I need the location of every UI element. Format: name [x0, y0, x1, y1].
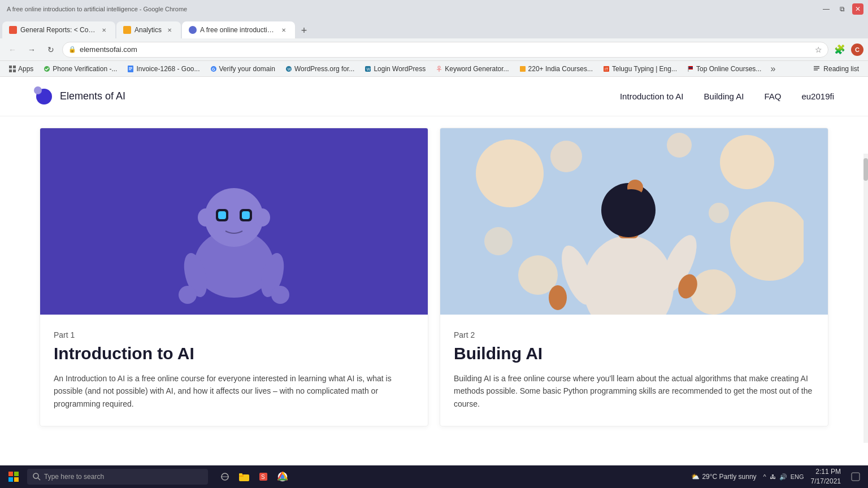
bookmark-keyword[interactable]: Keyword Generator... [431, 64, 513, 74]
telugu-icon: IT [603, 66, 610, 72]
svg-rect-8 [129, 69, 131, 70]
bookmark-telugu[interactable]: IT Telugu Typing | Eng... [598, 64, 682, 74]
new-tab-button[interactable]: + [296, 23, 312, 38]
tab-2[interactable]: Analytics ✕ [116, 21, 181, 38]
bookmark-verify[interactable]: G Verify your domain [206, 64, 280, 74]
card-intro-ai-image [40, 128, 428, 315]
svg-point-39 [179, 286, 197, 304]
nav-eu2019fi[interactable]: eu2019fi [801, 91, 834, 101]
bookmark-apps[interactable]: Apps [5, 64, 38, 74]
notification-button[interactable] [848, 469, 863, 485]
start-button[interactable] [5, 468, 23, 486]
window-title: A free online introduction to artificial… [5, 6, 818, 12]
svg-rect-27 [814, 69, 818, 71]
taskbar-icons: S [217, 469, 290, 485]
restore-button[interactable]: ⧉ [836, 3, 848, 15]
profile-icon[interactable]: C [851, 43, 863, 56]
reading-list-label: Reading list [823, 65, 859, 73]
site-logo[interactable]: Elements of AI [34, 86, 125, 107]
svg-rect-61 [8, 477, 13, 482]
taskbar-task-view[interactable] [217, 469, 233, 485]
taskbar-sound-info: ^ 🖧 🔊 ENG [763, 473, 804, 481]
person-illustration [440, 128, 828, 315]
scrollbar-thumb[interactable] [863, 158, 868, 181]
address-box[interactable]: 🔒 elementsofai.com ☆ [62, 42, 828, 58]
bookmark-login-wordpress[interactable]: W Login WordPress [360, 64, 430, 74]
svg-rect-26 [814, 68, 819, 69]
svg-point-31 [198, 208, 214, 226]
cards-section: Part 1 Introduction to AI An Introductio… [0, 116, 868, 426]
file-explorer-icon [239, 472, 249, 481]
robot-svg [149, 134, 319, 309]
reading-list-icon [813, 65, 821, 73]
forward-button[interactable]: → [24, 42, 40, 58]
svg-text:IT: IT [605, 67, 609, 71]
taskbar-clock[interactable]: 2:11 PM 7/17/2021 [811, 467, 841, 486]
svg-rect-0 [9, 66, 12, 68]
bookmark-phone-verification[interactable]: Phone Verification -... [39, 64, 121, 74]
extensions-button[interactable]: 🧩 [832, 42, 848, 58]
person-svg [465, 128, 804, 315]
time-text: 2:11 PM [811, 467, 841, 477]
card-building-ai-title: Building AI [454, 344, 814, 363]
taskbar-search[interactable]: Type here to search [27, 469, 208, 485]
tab-3[interactable]: A free online introduction to art... ✕ [182, 21, 295, 38]
card-building-ai-body: Part 2 Building AI Building AI is a free… [440, 315, 828, 426]
svg-text:G: G [212, 67, 215, 71]
bookmark-star-icon[interactable]: ☆ [815, 45, 822, 54]
svg-point-74 [281, 475, 284, 478]
svg-point-32 [254, 208, 270, 226]
taskbar-chrome[interactable] [275, 469, 290, 485]
title-bar-controls: — ⧉ ✕ [821, 3, 863, 15]
bookmark-phone-verification-label: Phone Verification -... [53, 65, 117, 73]
tab-3-close[interactable]: ✕ [279, 25, 288, 34]
svg-rect-23 [688, 68, 693, 69]
network-icon[interactable]: 🖧 [770, 473, 776, 480]
reload-button[interactable]: ↻ [43, 42, 59, 58]
tab-1-close[interactable]: ✕ [99, 25, 108, 34]
bookmark-invoice[interactable]: Invoice-1268 - Goo... [123, 64, 204, 74]
svg-point-50 [583, 236, 674, 315]
taskbar: Type here to search S [0, 465, 868, 488]
bookmarks-more-button[interactable]: » [767, 63, 779, 75]
svg-rect-18 [520, 66, 526, 72]
nav-building-ai[interactable]: Building AI [704, 91, 744, 101]
close-button[interactable]: ✕ [852, 3, 863, 15]
bookmarks-bar: Apps Phone Verification -... Invoice-126… [0, 61, 868, 77]
svg-rect-1 [13, 66, 16, 68]
svg-point-46 [550, 141, 582, 172]
scrollbar-area[interactable] [863, 154, 868, 443]
minimize-button[interactable]: — [821, 3, 832, 15]
nav-faq[interactable]: FAQ [764, 91, 781, 101]
svg-rect-3 [13, 69, 16, 72]
browser-chrome: A free online introduction to artificial… [0, 0, 868, 77]
site-logo-text: Elements of AI [60, 90, 125, 102]
bookmark-india-courses[interactable]: 220+ India Courses... [515, 64, 597, 74]
tab-2-close[interactable]: ✕ [165, 25, 174, 34]
card-building-ai-image [440, 128, 828, 315]
svg-point-42 [720, 135, 774, 189]
back-button[interactable]: ← [5, 42, 20, 58]
tab-1[interactable]: General Reports: < Course For Fu... ✕ [2, 21, 115, 38]
card-intro-ai-title: Introduction to AI [54, 344, 414, 363]
bookmark-wordpress-org[interactable]: W WordPress.org for... [281, 64, 359, 74]
taskbar-microsoft-store[interactable]: S [255, 469, 271, 485]
taskbar-file-explorer[interactable] [236, 469, 252, 485]
chevron-up-icon[interactable]: ^ [763, 473, 766, 480]
bookmark-top-online[interactable]: Top Online Courses... [683, 64, 766, 74]
svg-text:S: S [261, 474, 265, 480]
nav-introduction-to-ai[interactable]: Introduction to AI [620, 91, 684, 101]
taskbar-weather[interactable]: ⛅ 29°C Partly sunny [691, 473, 756, 481]
anchor-icon [436, 66, 442, 72]
tab-3-title: A free online introduction to art... [200, 26, 276, 34]
card-building-ai[interactable]: Part 2 Building AI Building AI is a free… [440, 128, 828, 426]
bookmark-apps-label: Apps [18, 65, 33, 73]
svg-rect-25 [814, 66, 819, 67]
wordpress2-icon: W [364, 66, 371, 72]
speaker-icon[interactable]: 🔊 [779, 473, 787, 481]
svg-point-49 [484, 227, 513, 255]
bookmark-invoice-label: Invoice-1268 - Goo... [136, 65, 199, 73]
card-intro-ai[interactable]: Part 1 Introduction to AI An Introductio… [40, 128, 428, 426]
svg-rect-2 [9, 69, 12, 72]
reading-list-button[interactable]: Reading list [809, 64, 863, 74]
